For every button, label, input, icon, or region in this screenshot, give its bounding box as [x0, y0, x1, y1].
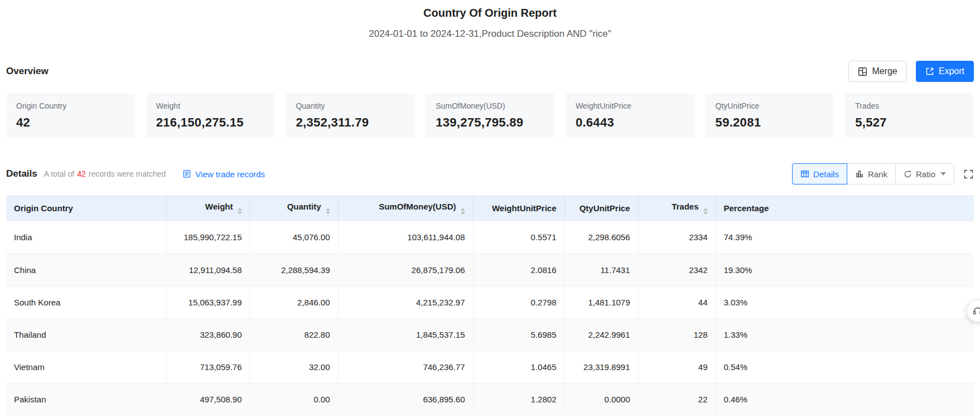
- ratio-view-button[interactable]: Ratio: [895, 163, 954, 184]
- overview-actions: Merge Export: [848, 61, 974, 82]
- col-header-label: Origin Country: [14, 203, 73, 213]
- view-controls: Details Rank Ratio: [792, 163, 974, 184]
- matched-prefix: A total of: [44, 169, 74, 178]
- table-cell: 2,242.9961: [564, 318, 638, 351]
- matched-suffix: records were matched: [89, 169, 166, 178]
- table-cell: 11.7431: [564, 254, 638, 286]
- summary-cards: Origin Country 42 Weight 216,150,275.15 …: [6, 93, 974, 138]
- page-subtitle: 2024-01-01 to 2024-12-31,Product Descrip…: [6, 28, 974, 40]
- table-cell: 1,845,537.15: [338, 318, 473, 351]
- table-cell: 2,846.00: [250, 286, 338, 318]
- table-header-row: Origin CountryWeightQuantitySumOfMoney(U…: [6, 195, 974, 221]
- table-cell: 49: [638, 351, 716, 383]
- table-cell: 1,481.1079: [564, 286, 638, 318]
- overview-bar: Overview Merge Export: [6, 61, 974, 82]
- view-trade-records-label: View trade records: [195, 169, 265, 179]
- table-cell: 0.00: [250, 383, 338, 415]
- export-button[interactable]: Export: [916, 61, 974, 82]
- col-header-qtyunitprice: QtyUnitPrice: [564, 195, 638, 221]
- summary-card-sum-of-money: SumOfMoney(USD) 139,275,795.89: [426, 93, 554, 138]
- ratio-view-label: Ratio: [916, 169, 935, 179]
- col-header-label: Quantity: [287, 202, 321, 211]
- card-value: 5,527: [855, 115, 964, 130]
- ratio-view-icon: [904, 170, 912, 178]
- card-label: Quantity: [296, 101, 404, 110]
- table-cell: 22: [638, 383, 716, 415]
- table-cell: 1.2802: [473, 383, 564, 415]
- table-row: China12,911,094.582,288,594.3926,875,179…: [6, 254, 974, 286]
- table-cell: 44: [638, 286, 716, 318]
- details-bar: Details A total of42records were matched…: [6, 163, 974, 184]
- report-header: Country Of Origin Report 2024-01-01 to 2…: [6, 0, 974, 40]
- headset-icon: [972, 305, 980, 317]
- summary-card-origin-country: Origin Country 42: [6, 93, 135, 138]
- table-cell: 0.54%: [716, 351, 974, 383]
- table-cell: China: [6, 254, 166, 286]
- table-cell: 128: [638, 318, 716, 351]
- details-view-button[interactable]: Details: [792, 163, 847, 184]
- overview-heading: Overview: [6, 66, 49, 77]
- table-cell: 185,990,722.15: [166, 221, 250, 254]
- table-cell: 4,215,232.97: [338, 286, 473, 318]
- table-row: Pakistan497,508.900.00636,895.601.28020.…: [6, 383, 974, 415]
- rank-view-button[interactable]: Rank: [847, 163, 896, 184]
- details-view-icon: [800, 169, 809, 178]
- col-header-sumofmoney-usd-[interactable]: SumOfMoney(USD): [338, 195, 473, 221]
- card-label: WeightUnitPrice: [576, 101, 684, 110]
- table-cell: 12,911,094.58: [166, 254, 250, 286]
- chevron-down-icon: [940, 172, 946, 176]
- table-cell: 0.5571: [473, 221, 564, 254]
- summary-card-trades: Trades 5,527: [845, 93, 974, 138]
- table-cell: 74.39%: [716, 221, 974, 254]
- table-cell: Vietnam: [6, 351, 166, 383]
- table-cell: 2342: [638, 254, 716, 286]
- details-heading: Details: [6, 168, 37, 179]
- table-cell: Thailand: [6, 318, 166, 351]
- col-header-trades[interactable]: Trades: [638, 195, 716, 221]
- rank-view-label: Rank: [868, 169, 887, 179]
- matched-summary: A total of42records were matched: [44, 169, 166, 178]
- col-header-label: SumOfMoney(USD): [379, 202, 456, 211]
- col-header-weight[interactable]: Weight: [166, 195, 250, 221]
- export-icon: [925, 67, 934, 76]
- details-view-label: Details: [813, 169, 839, 179]
- card-label: Trades: [855, 101, 964, 110]
- table-cell: 32.00: [250, 351, 338, 383]
- sort-icon: [703, 208, 708, 215]
- matched-count: 42: [77, 169, 86, 178]
- table-header: Origin CountryWeightQuantitySumOfMoney(U…: [6, 195, 974, 221]
- summary-card-weight: Weight 216,150,275.15: [146, 93, 275, 138]
- table-cell: 0.46%: [716, 383, 974, 415]
- col-header-quantity[interactable]: Quantity: [250, 195, 338, 221]
- table-cell: 15,063,937.99: [166, 286, 250, 318]
- col-header-weightunitprice: WeightUnitPrice: [473, 195, 564, 221]
- view-trade-records-link[interactable]: View trade records: [182, 169, 265, 179]
- sort-icon: [461, 208, 465, 215]
- page-title: Country Of Origin Report: [6, 7, 974, 20]
- summary-card-qty-unit-price: QtyUnitPrice 59.2081: [706, 93, 834, 138]
- fullscreen-button[interactable]: [963, 169, 974, 179]
- table-cell: 19.30%: [716, 254, 974, 286]
- table-cell: South Korea: [6, 286, 166, 318]
- col-header-origin-country: Origin Country: [6, 195, 166, 221]
- table-cell: 323,860.90: [166, 318, 250, 351]
- table-cell: 713,059.76: [166, 351, 250, 383]
- table-row: Thailand323,860.90822.801,845,537.155.69…: [6, 318, 974, 351]
- merge-button[interactable]: Merge: [848, 61, 906, 82]
- card-value: 139,275,795.89: [436, 115, 544, 130]
- export-button-label: Export: [939, 66, 964, 76]
- card-label: QtyUnitPrice: [716, 101, 824, 110]
- fullscreen-icon: [963, 169, 974, 179]
- card-label: SumOfMoney(USD): [436, 101, 544, 110]
- report-page: Country Of Origin Report 2024-01-01 to 2…: [0, 0, 980, 416]
- table-cell: 1.33%: [716, 318, 974, 351]
- card-value: 216,150,275.15: [156, 115, 265, 130]
- card-value: 59.2081: [716, 115, 824, 130]
- table-cell: 103,611,944.08: [338, 221, 473, 254]
- col-header-label: QtyUnitPrice: [580, 203, 630, 213]
- col-header-label: WeightUnitPrice: [492, 203, 557, 213]
- table-cell: 0.0000: [564, 383, 638, 415]
- summary-card-quantity: Quantity 2,352,311.79: [286, 93, 414, 138]
- table-cell: 2,288,594.39: [250, 254, 338, 286]
- table-cell: 3.03%: [716, 286, 974, 318]
